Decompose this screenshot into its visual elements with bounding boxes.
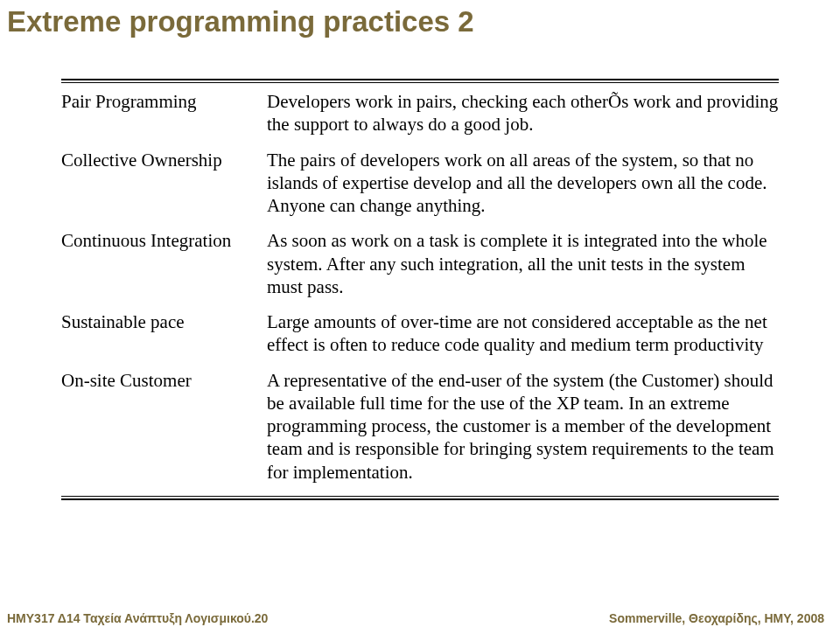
row-label: On-site Customer bbox=[61, 369, 267, 392]
row-label: Sustainable pace bbox=[61, 310, 267, 333]
table-row: On-site Customer A representative of the… bbox=[61, 369, 779, 484]
row-desc: As soon as work on a task is complete it… bbox=[267, 229, 779, 298]
row-label: Continuous Integration bbox=[61, 229, 267, 252]
slide-title: Extreme programming practices 2 bbox=[7, 5, 474, 38]
row-desc: Large amounts of over-time are not consi… bbox=[267, 310, 779, 357]
row-label: Pair Programming bbox=[61, 90, 267, 113]
rule-top-thick bbox=[61, 79, 779, 80]
rule-top-thin bbox=[61, 82, 779, 83]
row-desc: The pairs of developers work on all area… bbox=[267, 149, 779, 218]
row-label: Collective Ownership bbox=[61, 149, 267, 171]
row-desc: A representative of the end-user of the … bbox=[267, 369, 779, 484]
footer-right: Sommerville, Θεοχαρίδης, ΗΜΥ, 2008 bbox=[609, 611, 824, 625]
rule-bottom-thin bbox=[61, 496, 779, 497]
table-row: Continuous Integration As soon as work o… bbox=[61, 229, 779, 298]
row-desc: Developers work in pairs, checking each … bbox=[267, 90, 779, 136]
rule-bottom-thick bbox=[61, 498, 779, 500]
content-table: Pair Programming Developers work in pair… bbox=[61, 79, 779, 500]
table-row: Collective Ownership The pairs of develo… bbox=[61, 149, 779, 218]
table-row: Pair Programming Developers work in pair… bbox=[61, 90, 779, 136]
slide: Extreme programming practices 2 Pair Pro… bbox=[0, 0, 840, 641]
table-row: Sustainable pace Large amounts of over-t… bbox=[61, 310, 779, 357]
footer-left: ΗΜΥ317 Δ14 Ταχεία Ανάπτυξη Λογισμικού.20 bbox=[7, 611, 268, 625]
